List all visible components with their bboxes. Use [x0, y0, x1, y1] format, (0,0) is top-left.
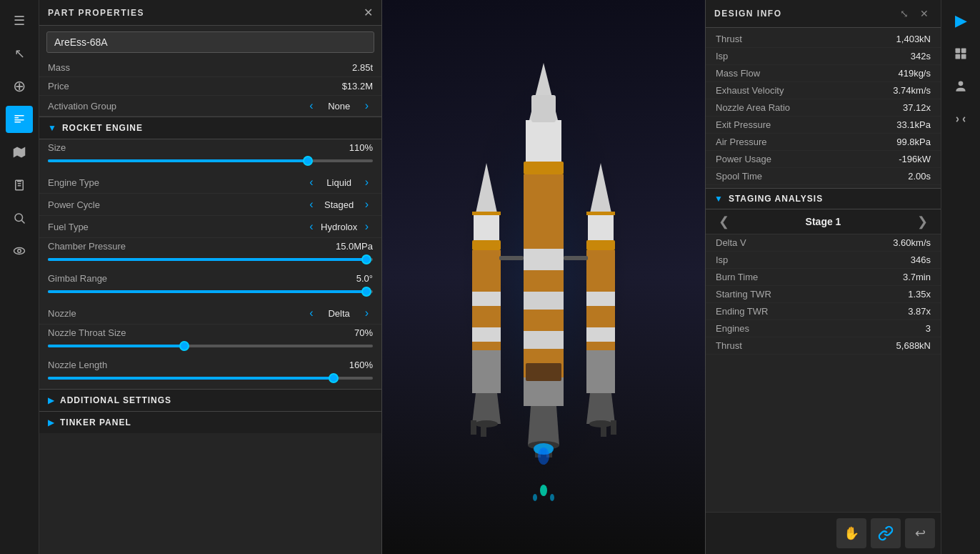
svg-rect-24 [474, 213, 499, 242]
chamber-pressure-value: 15.0MPa [336, 241, 373, 252]
tinker-panel-title: TINKER PANEL [60, 417, 131, 427]
svg-rect-18 [524, 270, 564, 377]
additional-settings-section[interactable]: ▶ ADDITIONAL SETTINGS [39, 389, 381, 411]
design-info-title: DESIGN INFO [714, 9, 782, 19]
eye-icon[interactable] [6, 237, 33, 264]
design-info-row: Exhaust Velocity3.74km/s [706, 82, 941, 99]
chamber-pressure-label: Chamber Pressure [48, 241, 126, 252]
power-cycle-next-button[interactable]: › [361, 198, 373, 211]
part-properties-header: PART PROPERTIES ✕ [39, 0, 381, 26]
price-label: Price [48, 81, 69, 91]
rocket-visualization [444, 34, 644, 520]
design-info-row: Isp342s [706, 48, 941, 65]
engine-type-row: Engine Type ‹ Liquid › [39, 172, 381, 194]
nozzle-throat-size-slider[interactable] [48, 341, 373, 351]
close-design-info-icon[interactable]: ✕ [916, 6, 932, 21]
chamber-pressure-slider[interactable] [48, 254, 373, 264]
power-cycle-value: Staged [318, 199, 361, 210]
close-icon[interactable]: ✕ [364, 6, 373, 19]
stage-next-button[interactable]: ❯ [911, 214, 934, 229]
design-info-row: Mass Flow419kg/s [706, 65, 941, 82]
svg-rect-3 [14, 122, 21, 123]
design-info-row: Nozzle Area Ratio37.12x [706, 99, 941, 117]
design-bottom-toolbar: ✋ ↩ [706, 512, 941, 554]
svg-rect-47 [531, 95, 556, 122]
cursor-icon[interactable]: ↖ [6, 40, 33, 67]
activation-next-button[interactable]: › [361, 99, 373, 112]
svg-point-11 [18, 249, 21, 253]
activation-group-label: Activation Group [48, 101, 116, 112]
fuel-type-prev-button[interactable]: ‹ [305, 220, 317, 233]
link-button[interactable] [871, 518, 901, 548]
price-row: Price $13.2M [39, 77, 381, 96]
undo-button[interactable]: ↩ [905, 518, 935, 548]
fuel-type-label: Fuel Type [48, 222, 89, 232]
gimbal-range-slider[interactable] [48, 287, 373, 297]
fuel-type-next-button[interactable]: › [361, 220, 373, 233]
nozzle-prev-button[interactable]: ‹ [305, 307, 317, 320]
design-info-row: Spool Time2.00s [706, 168, 941, 185]
hand-tool-button[interactable]: ✋ [836, 518, 866, 548]
nozzle-next-button[interactable]: › [361, 307, 373, 320]
svg-rect-30 [499, 256, 524, 260]
staging-analysis-title: STAGING ANALYSIS [729, 194, 823, 204]
nozzle-label: Nozzle [48, 308, 76, 319]
stage-prev-button[interactable]: ❮ [713, 214, 735, 229]
settings-icon[interactable] [6, 106, 33, 133]
size-slider[interactable] [48, 156, 373, 166]
hamburger-menu-icon[interactable]: ☰ [6, 7, 33, 34]
design-info-stats: Thrust1,403kNIsp342sMass Flow419kg/sExha… [706, 28, 941, 188]
power-cycle-prev-button[interactable]: ‹ [305, 198, 317, 211]
svg-rect-2 [14, 119, 24, 121]
svg-rect-1 [14, 117, 19, 119]
power-cycle-label: Power Cycle [48, 199, 100, 210]
play-icon[interactable]: ▶ [947, 7, 974, 34]
part-name-input[interactable] [46, 31, 374, 53]
svg-line-9 [21, 220, 24, 223]
fuel-type-row: Fuel Type ‹ Hydrolox › [39, 216, 381, 238]
nozzle-throat-size-slider-row: Nozzle Throat Size 70% [39, 325, 381, 357]
svg-rect-19 [524, 292, 564, 310]
nozzle-length-label: Nozzle Length [48, 360, 107, 370]
stage-label: Stage 1 [806, 216, 841, 227]
svg-rect-59 [961, 54, 966, 59]
staging-stat-row: Thrust5,688kN [706, 337, 941, 355]
clipboard-icon[interactable] [6, 172, 33, 199]
engine-type-next-button[interactable]: › [361, 176, 373, 189]
svg-rect-25 [472, 240, 501, 250]
svg-rect-14 [526, 120, 561, 163]
right-sidebar: ▶ [941, 0, 980, 554]
expand-icon[interactable]: ⤡ [896, 6, 912, 21]
design-info-header: DESIGN INFO ⤡ ✕ [706, 0, 941, 28]
nozzle-length-slider[interactable] [48, 373, 373, 383]
mass-value: 2.85t [352, 62, 373, 73]
staging-stat-row: Starting TWR1.35x [706, 286, 941, 303]
search-icon[interactable] [6, 204, 33, 232]
add-part-icon[interactable]: ⊕ [6, 73, 33, 100]
nozzle-throat-size-label: Nozzle Throat Size [48, 327, 126, 338]
activation-prev-button[interactable]: ‹ [305, 99, 317, 112]
rocket-engine-section-header[interactable]: ▼ ROCKET ENGINE [39, 117, 381, 139]
person-icon[interactable] [947, 73, 974, 100]
svg-rect-35 [588, 213, 614, 242]
crosshair-icon[interactable] [947, 106, 974, 133]
mass-label: Mass [48, 62, 70, 73]
grid-view-icon[interactable] [947, 40, 974, 67]
staging-analysis-header[interactable]: ▼ STAGING ANALYSIS [706, 188, 941, 209]
price-value: $13.2M [342, 81, 373, 91]
svg-marker-4 [14, 147, 26, 158]
fuel-type-value: Hydrolox [318, 222, 361, 232]
design-info-row: Thrust1,403kN [706, 31, 941, 48]
nozzle-value: Delta [318, 308, 361, 319]
map-icon[interactable] [6, 139, 33, 166]
svg-rect-58 [956, 54, 961, 59]
rocket-engine-collapse-icon: ▼ [48, 123, 56, 133]
main-viewport[interactable] [382, 0, 705, 554]
svg-rect-40 [586, 350, 615, 393]
svg-rect-28 [472, 327, 501, 342]
svg-rect-29 [472, 350, 501, 393]
tinker-panel-section[interactable]: ▶ TINKER PANEL [39, 411, 381, 433]
engine-type-prev-button[interactable]: ‹ [305, 176, 317, 189]
nozzle-throat-size-value: 70% [354, 327, 373, 338]
svg-rect-44 [601, 424, 606, 437]
